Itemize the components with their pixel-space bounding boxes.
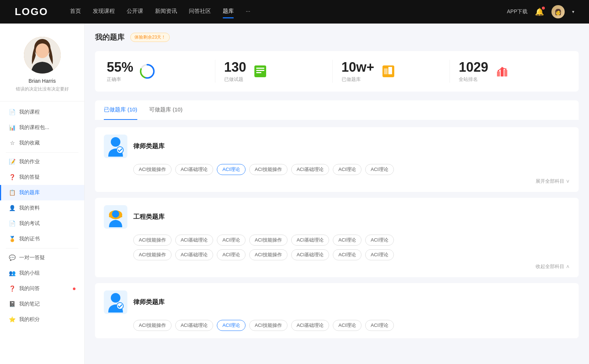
qbank-title-lawyer-1: 律师类题库: [133, 142, 165, 150]
qbank-tag[interactable]: ACI理论: [333, 249, 361, 260]
stat-done-banks-values: 10w+ 已做题库: [342, 60, 374, 83]
qbank-tag[interactable]: ACI基础理论: [175, 249, 214, 260]
svg-rect-8: [256, 70, 264, 71]
qbank-tag[interactable]: ACI技能操作: [133, 320, 172, 331]
qbank-tag[interactable]: ACI技能操作: [249, 164, 288, 175]
qbank-tag[interactable]: ACI基础理论: [291, 235, 329, 246]
qbank-title-lawyer-2: 律师类题库: [133, 298, 165, 306]
qbank-tag[interactable]: ACI基础理论: [175, 320, 214, 331]
logo: LOGO: [15, 6, 48, 18]
navbar: LOGO 首页 发现课程 公开课 新闻资讯 问答社区 题库 ··· APP下载 …: [0, 0, 589, 24]
sidebar-item-homework[interactable]: 📝 我的作业: [0, 154, 84, 169]
svg-rect-14: [501, 68, 504, 76]
qbank-tag[interactable]: ACI基础理论: [291, 249, 329, 260]
sidebar-label-notes: 我的笔记: [19, 301, 75, 307]
sidebar-menu: 📄 我的课程 📊 我的课程包... ☆ 我的收藏 📝 我的作业 ❓ 我的答疑 �: [0, 104, 84, 327]
sidebar-label-groups: 我的小组: [19, 270, 75, 276]
my-qa-dot: [73, 288, 75, 290]
trial-badge: 体验剩余23天！: [130, 33, 170, 42]
qbank-tag[interactable]: ACI基础理论: [291, 164, 329, 175]
nav-menu: 首页 发现课程 公开课 新闻资讯 问答社区 题库 ···: [70, 8, 507, 16]
stat-done-banks-value: 10w+: [342, 60, 374, 75]
notification-bell[interactable]: 🔔: [535, 7, 544, 16]
tab-done-banks[interactable]: 已做题库 (10): [104, 100, 137, 120]
qbank-expand-lawyer-1[interactable]: 展开全部科目 ∨: [104, 178, 570, 185]
nav-open-course[interactable]: 公开课: [127, 8, 143, 16]
qbank-tag[interactable]: ACI基础理论: [175, 235, 214, 246]
page-layout: Brian Harris 错误的决定比没有决定要好 📄 我的课程 📊 我的课程包…: [0, 24, 589, 364]
stat-done-questions-icon: [252, 63, 268, 79]
stat-ranking-values: 1029 全站排名: [459, 60, 488, 83]
svg-rect-9: [256, 72, 261, 73]
nav-discover[interactable]: 发现课程: [93, 8, 115, 16]
sidebar-item-course-packages[interactable]: 📊 我的课程包...: [0, 120, 84, 135]
qbank-tag-active[interactable]: ACI理论: [217, 164, 246, 175]
sidebar-item-points[interactable]: ⭐ 我的积分: [0, 312, 84, 327]
sidebar-label-exam: 我的考试: [19, 220, 75, 227]
qbank-icon-lawyer-1: [104, 135, 127, 158]
avatar-image: 👩: [551, 5, 565, 18]
sidebar-item-question-bank[interactable]: 📋 我的题库: [0, 185, 84, 200]
svg-rect-13: [497, 71, 500, 76]
my-qa-icon: ❓: [9, 285, 15, 292]
qbank-tag[interactable]: ACI理论: [217, 249, 246, 260]
sidebar-item-profile[interactable]: 👤 我的资料: [0, 200, 84, 216]
nav-home[interactable]: 首页: [70, 8, 81, 16]
svg-point-18: [505, 68, 507, 70]
qbank-tag-active[interactable]: ACI理论: [217, 320, 246, 331]
nav-qa[interactable]: 问答社区: [189, 8, 211, 16]
qbank-header-lawyer-2: 律师类题库: [104, 290, 570, 314]
sidebar-item-certificate[interactable]: 🏅 我的证书: [0, 231, 84, 247]
qbank-tag[interactable]: ACI技能操作: [133, 249, 172, 260]
tab-available-banks[interactable]: 可做题库 (10): [149, 100, 183, 120]
sidebar-item-my-courses[interactable]: 📄 我的课程: [0, 104, 84, 120]
sidebar-label-packages: 我的课程包...: [19, 124, 75, 131]
sidebar-item-my-qa[interactable]: ❓ 我的问答: [0, 281, 84, 296]
sidebar-avatar[interactable]: [24, 37, 61, 74]
user-name: Brian Harris: [29, 78, 56, 84]
qbank-tag[interactable]: ACI基础理论: [175, 164, 214, 175]
svg-point-25: [117, 303, 123, 309]
sidebar-item-groups[interactable]: 👥 我的小组: [0, 265, 84, 281]
qbank-tag[interactable]: ACI理论: [217, 235, 246, 246]
qbank-tag[interactable]: ACI理论: [365, 249, 394, 260]
qbank-tag[interactable]: ACI基础理论: [291, 320, 329, 331]
stat-ranking: 1029 全站排名: [450, 60, 567, 83]
qbank-tag[interactable]: ACI理论: [333, 235, 361, 246]
nav-question-bank[interactable]: 题库: [223, 8, 234, 16]
question-bank-icon: 📋: [9, 189, 15, 196]
avatar-chevron-icon[interactable]: ▾: [572, 9, 574, 14]
sidebar-label-homework: 我的作业: [19, 158, 75, 165]
qbank-tag[interactable]: ACI理论: [333, 320, 361, 331]
sidebar-label-1on1: 一对一答疑: [19, 254, 75, 261]
qbank-tag[interactable]: ACI理论: [365, 235, 394, 246]
homework-icon: 📝: [9, 158, 15, 165]
qbank-tag[interactable]: ACI理论: [365, 320, 394, 331]
svg-point-23: [112, 210, 119, 218]
nav-more[interactable]: ···: [246, 8, 250, 16]
qbank-tag[interactable]: ACI理论: [333, 164, 361, 175]
svg-point-16: [498, 70, 499, 71]
qbank-tag[interactable]: ACI技能操作: [133, 164, 172, 175]
qbank-tag[interactable]: ACI技能操作: [249, 235, 288, 246]
stat-ranking-label: 全站排名: [459, 76, 488, 83]
qbank-tag[interactable]: ACI理论: [365, 164, 394, 175]
sidebar-item-1on1-qa[interactable]: 💬 一对一答疑: [0, 250, 84, 265]
stats-card: 55% 正确率 130 已做试题: [95, 51, 579, 92]
qbank-tag[interactable]: ACI技能操作: [249, 320, 288, 331]
profile-icon: 👤: [9, 205, 15, 211]
qbank-tag[interactable]: ACI技能操作: [133, 235, 172, 246]
app-download-button[interactable]: APP下载: [507, 8, 528, 15]
sidebar-item-qa[interactable]: ❓ 我的答疑: [0, 169, 84, 185]
svg-rect-6: [254, 65, 266, 77]
sidebar-item-exam[interactable]: 📄 我的考试: [0, 216, 84, 231]
nav-news[interactable]: 新闻资讯: [155, 8, 177, 16]
avatar[interactable]: 👩: [551, 5, 565, 18]
qbank-tags-lawyer-1: ACI技能操作 ACI基础理论 ACI理论 ACI技能操作 ACI基础理论 AC…: [133, 164, 570, 175]
sidebar-item-favorites[interactable]: ☆ 我的收藏: [0, 135, 84, 151]
sidebar-item-notes[interactable]: 📓 我的笔记: [0, 296, 84, 312]
qbank-tag[interactable]: ACI技能操作: [249, 249, 288, 260]
qa-icon: ❓: [9, 174, 15, 181]
qbank-expand-engineer[interactable]: 收起全部科目 ∧: [104, 263, 570, 270]
points-icon: ⭐: [9, 316, 15, 323]
